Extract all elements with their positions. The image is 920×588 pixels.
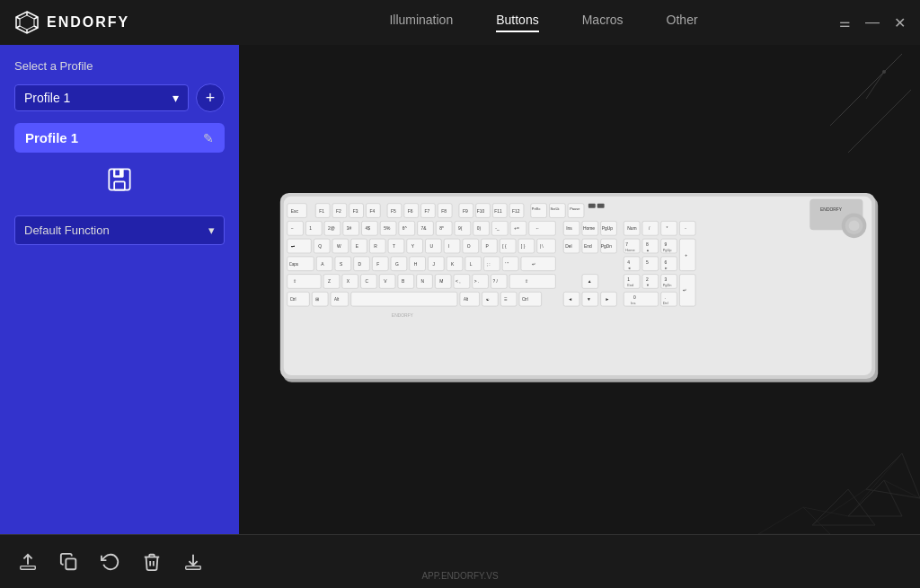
svg-text:Alt: Alt (464, 297, 469, 302)
svg-rect-84 (436, 222, 452, 236)
svg-text:PrtSc: PrtSc (532, 206, 541, 211)
minimize-button[interactable]: — (865, 14, 880, 31)
content-area: ENDORFY Esc F1 F2 F3 F4 F5 (239, 45, 920, 534)
svg-rect-179 (521, 257, 555, 271)
svg-text:Ins: Ins (566, 226, 572, 231)
svg-text:; :: ; : (487, 262, 491, 267)
svg-line-23 (812, 489, 866, 525)
nav-tabs: Illumination Buttons Macros Other (248, 13, 839, 32)
svg-text:◄: ◄ (568, 297, 572, 302)
svg-text:F9: F9 (463, 209, 468, 214)
settings-button[interactable]: ⚌ (839, 15, 851, 30)
svg-text:D: D (358, 262, 362, 267)
svg-rect-191 (323, 275, 340, 289)
svg-text:☯: ☯ (486, 297, 490, 302)
svg-text:PgUp: PgUp (602, 226, 614, 231)
svg-text:Caps: Caps (289, 262, 299, 267)
svg-rect-86 (455, 222, 471, 236)
svg-text:Q: Q (318, 244, 322, 249)
svg-rect-171 (447, 257, 463, 271)
svg-text:4$: 4$ (365, 226, 370, 231)
svg-rect-94 (529, 222, 556, 236)
svg-text:▼: ▼ (646, 284, 650, 288)
svg-text:1: 1 (309, 226, 312, 231)
svg-line-17 (884, 54, 902, 72)
svg-text:F4: F4 (369, 209, 375, 214)
svg-rect-159 (335, 257, 351, 271)
save-button-row (14, 163, 225, 201)
window-controls: ⚌ — ✕ (839, 14, 906, 31)
bottom-bar: APP.ENDORFY.VS (0, 534, 920, 588)
save-button[interactable] (107, 167, 132, 197)
svg-rect-235 (482, 292, 499, 306)
svg-rect-130 (482, 239, 498, 253)
tab-buttons[interactable]: Buttons (496, 13, 538, 32)
svg-text:F6: F6 (408, 209, 413, 214)
tab-other[interactable]: Other (667, 13, 698, 32)
svg-text:Pause: Pause (570, 206, 580, 211)
reset-button[interactable] (101, 552, 120, 572)
svg-rect-157 (316, 257, 332, 271)
svg-line-13 (848, 90, 911, 153)
svg-rect-247 (624, 292, 658, 306)
svg-rect-116 (351, 239, 367, 253)
svg-rect-232 (351, 292, 457, 306)
svg-rect-147 (642, 239, 659, 253)
svg-rect-90 (491, 222, 508, 236)
svg-rect-118 (369, 239, 385, 253)
svg-text:Del: Del (565, 244, 571, 249)
download-button[interactable] (183, 552, 203, 572)
svg-marker-1 (20, 15, 34, 30)
svg-text:6^: 6^ (402, 226, 408, 231)
default-function-dropdown[interactable]: Default Function ▾ (14, 215, 225, 245)
svg-text:9: 9 (665, 242, 668, 247)
svg-text:↵: ↵ (683, 288, 686, 293)
svg-text:Ins: Ins (631, 301, 635, 305)
svg-text:F2: F2 (336, 209, 341, 214)
edit-icon[interactable]: ✎ (203, 131, 214, 145)
svg-text:O: O (467, 244, 471, 249)
upload-button[interactable] (18, 552, 38, 572)
profile-name-row: Profile 1 ✎ (14, 123, 225, 153)
tab-macros[interactable]: Macros (582, 13, 624, 32)
svg-marker-18 (848, 480, 902, 516)
svg-text:←: ← (535, 226, 540, 231)
tab-illumination[interactable]: Illumination (389, 13, 453, 32)
svg-text:▲: ▲ (588, 280, 592, 285)
svg-text:Home: Home (583, 226, 595, 231)
svg-text:F7: F7 (425, 209, 430, 214)
titlebar: ENDORFY Illumination Buttons Macros Othe… (0, 0, 920, 45)
svg-text:1: 1 (627, 278, 630, 283)
svg-rect-169 (428, 257, 444, 271)
delete-button[interactable] (142, 552, 162, 572)
svg-text:N: N (421, 280, 425, 285)
svg-text:▲: ▲ (646, 248, 650, 252)
add-profile-button[interactable]: + (196, 83, 225, 112)
svg-line-16 (866, 72, 884, 99)
svg-text:Alt: Alt (334, 297, 340, 302)
svg-text:End: End (584, 244, 592, 249)
chevron-down-icon: ▾ (172, 91, 179, 105)
svg-text:> .: > . (474, 280, 480, 285)
svg-text:6: 6 (665, 260, 668, 265)
svg-text:H: H (414, 262, 418, 267)
svg-text:L: L (470, 262, 473, 267)
svg-text:W: W (337, 244, 341, 249)
svg-text:.: . (665, 295, 666, 300)
copy-button[interactable] (59, 552, 79, 572)
svg-text:F12: F12 (512, 209, 520, 214)
svg-rect-11 (115, 171, 119, 176)
svg-rect-120 (388, 239, 404, 253)
svg-rect-199 (398, 275, 414, 289)
svg-rect-108 (679, 222, 695, 236)
profile-dropdown[interactable]: Profile 1 ▾ (14, 84, 189, 111)
close-button[interactable]: ✕ (894, 14, 906, 31)
svg-line-22 (884, 480, 920, 498)
svg-text:Ctrl: Ctrl (290, 297, 296, 302)
svg-rect-201 (417, 275, 433, 289)
svg-text:PgUp: PgUp (663, 248, 673, 252)
logo-icon (14, 10, 40, 35)
svg-text:5: 5 (646, 260, 649, 265)
plus-icon: + (206, 89, 216, 108)
svg-text:I: I (448, 244, 449, 249)
